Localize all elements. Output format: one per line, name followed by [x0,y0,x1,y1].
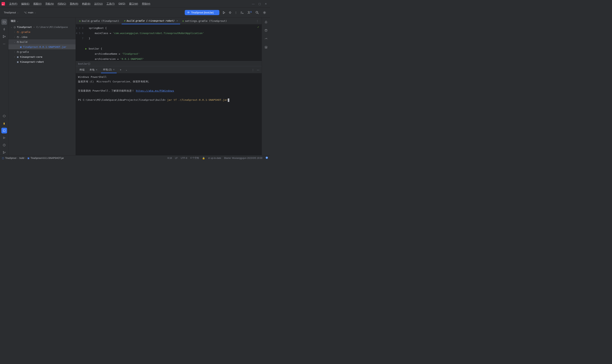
tree-item-gradle-cache[interactable]: ›🗀.gradle [8,29,76,34]
project-tree: ⌄▢ TinaSprout ~ C:\Users\MI\CodeSpace ›🗀… [8,25,76,64]
titlebar: 文件(F) 编辑(E) 视图(V) 导航(N) 代码(C) 重构(R) 构建(B… [0,0,270,8]
translate-icon[interactable]: 文A [248,11,252,14]
menu-build[interactable]: 构建(B) [80,1,92,6]
tree-item-core-module[interactable]: ›▣tinasprout-core [8,54,76,59]
chevron-down-icon: ⌄ [215,12,217,13]
menu-tools[interactable]: 工具(T) [105,1,116,6]
menu-nav[interactable]: 导航(N) [44,1,55,6]
minimize-icon[interactable]: — [252,2,254,5]
terminal-cursor [228,98,229,102]
inspection-ok-icon[interactable]: ✓ [257,26,259,28]
chrome-icon[interactable] [266,156,268,160]
terminal-options-icon[interactable]: ⋮ [252,68,254,71]
debug-button[interactable] [228,11,232,14]
terminal-body[interactable]: Windows PowerShell 版权所有（C） Microsoft Cor… [76,73,262,155]
terminal-hide-icon[interactable]: — [257,68,259,71]
code-with-me-icon[interactable] [240,11,244,14]
svg-point-8 [242,13,243,14]
terminal-tabs: 终端 本地 ✕ 本地 (2) ✕ ＋ ⌄ ⋮ — [76,66,262,73]
maximize-icon[interactable]: ▢ [258,2,261,5]
close-icon[interactable]: ✕ [265,2,267,5]
line-separator[interactable]: LF [175,157,178,159]
project-tool-button[interactable] [1,19,7,25]
project-selector[interactable]: TinaSprout ⌄ [2,10,20,15]
tree-item-robot-module[interactable]: ▣tinasprout-robot [8,59,76,64]
tree-item-idea[interactable]: ›🗀.idea [8,34,76,39]
tabs-more-icon[interactable]: ⋮ [254,20,261,22]
git-blame[interactable]: Blame: Wuxianggujun 2023/3/5 19:00 [224,157,262,159]
menu-run[interactable]: 运行(U) [93,1,104,6]
gradle-icon: ⬘ [124,19,125,22]
terminal-tab-2[interactable]: 本地 (2) ✕ [101,66,117,73]
svg-point-26 [265,29,267,30]
run-button[interactable] [222,11,226,14]
svg-point-2 [229,12,231,13]
svg-point-9 [256,11,258,13]
caret-position[interactable]: 8:16 [168,157,172,159]
close-tab-icon[interactable]: ✕ [176,19,178,22]
more-actions-icon[interactable]: ⋮ [235,11,237,14]
file-encoding[interactable]: UTF-8 [181,157,187,159]
jar-icon: ▣ [27,157,29,159]
app-logo-icon [1,2,5,6]
editor-tab-2[interactable]: ⬘ build.gradle (:tinasprout-robot) ✕ [122,18,180,24]
todo-tool-button[interactable]: ▮ [1,120,7,126]
menu-file[interactable]: 文件(F) [8,1,19,6]
indent-setting[interactable]: 4 个空格 [190,156,199,160]
svg-point-22 [4,146,4,146]
tree-item-jar[interactable]: ▣TinaSprout-0.0.1-SNAPSHOT.jar [8,44,76,49]
run-tool-button[interactable] [1,135,7,141]
close-terminal-tab-icon[interactable]: ✕ [96,68,97,71]
terminal-dropdown-icon[interactable]: ⌄ [124,69,128,71]
svg-point-24 [3,153,4,154]
settings-icon[interactable] [263,11,266,14]
editor-breadcrumb[interactable]: bootJar{} [76,61,262,66]
code-editor[interactable]: ✓ 1 2 3 4 5 6 7 ▶ springBoot { mainClass… [76,25,262,61]
editor-tabs: ⬘ build.gradle (TinaSprout) ⬘ build.grad… [76,18,262,25]
vcs-branch-selector[interactable]: ⌥ main ⌄ [22,10,38,15]
powershell-link[interactable]: https://aka.ms/PSWindows [136,89,174,92]
database-tool-button[interactable] [263,27,269,33]
terminal-tool-button[interactable] [1,128,7,133]
tree-item-gradle[interactable]: ›🗀gradle [8,49,76,54]
notifications-tool-button[interactable] [263,19,269,25]
maven-tool-button[interactable]: m [263,44,269,50]
project-panel-header[interactable]: 项目 ⌄ [8,18,76,25]
editor-tab-3[interactable]: ⬘ settings.gradle (TinaSprout) [180,18,229,24]
services-tool-button[interactable] [1,113,7,119]
tree-root[interactable]: ⌄▢ TinaSprout ~ C:\Users\MI\CodeSpace [8,25,76,29]
chevron-down-icon: ⌄ [17,20,18,22]
main-menu: 文件(F) 编辑(E) 视图(V) 导航(N) 代码(C) 重构(R) 构建(B… [8,1,152,6]
menu-edit[interactable]: 编辑(E) [20,1,31,6]
more-tool-button[interactable]: ⋯ [1,41,7,47]
menu-git[interactable]: Git(G) [117,1,127,6]
add-terminal-icon[interactable]: ＋ [118,68,123,72]
menu-code[interactable]: 代码(C) [56,1,67,6]
run-config-selector[interactable]: ⟳ TinaSprout [bootJar] ⌄ [185,10,219,15]
close-terminal-tab-icon[interactable]: ✕ [113,68,115,71]
sync-status[interactable]: ⊘ up-to-date [208,157,221,159]
gutter-run-icon[interactable]: ▶ [85,46,87,51]
menu-window[interactable]: 窗口(W) [128,1,140,6]
menu-view[interactable]: 视图(V) [32,1,43,6]
editor-tab-1[interactable]: ⬘ build.gradle (TinaSprout) [77,18,122,24]
svg-point-7 [241,12,242,13]
structure-tool-button[interactable] [1,34,7,39]
readonly-lock-icon[interactable]: 🔒 [202,157,205,159]
status-bar: ▢ TinaSprout › build › ▣ TinaSprout-0.0.… [0,155,270,161]
tree-root-path: ~ C:\Users\MI\CodeSpace [33,26,68,28]
module-icon: ▢ [2,157,4,159]
vcs-tool-button[interactable] [1,150,7,155]
problems-tool-button[interactable] [1,142,7,148]
search-icon[interactable] [255,11,259,14]
menu-help[interactable]: 帮助(H) [140,1,152,6]
nav-breadcrumb[interactable]: ▢ TinaSprout › build › ▣ TinaSprout-0.0.… [2,157,64,159]
svg-point-25 [5,152,5,153]
tree-item-build[interactable]: ⌄🗀build [8,39,76,44]
gradle-tool-button[interactable] [263,36,269,42]
menu-refactor[interactable]: 重构(R) [68,1,80,6]
branch-name: main [28,11,33,14]
terminal-tab-1[interactable]: 本地 ✕ [88,66,99,73]
commit-tool-button[interactable] [1,26,7,32]
code-content[interactable]: springBoot { mainClass = 'com.wuxiangguj… [87,25,204,61]
